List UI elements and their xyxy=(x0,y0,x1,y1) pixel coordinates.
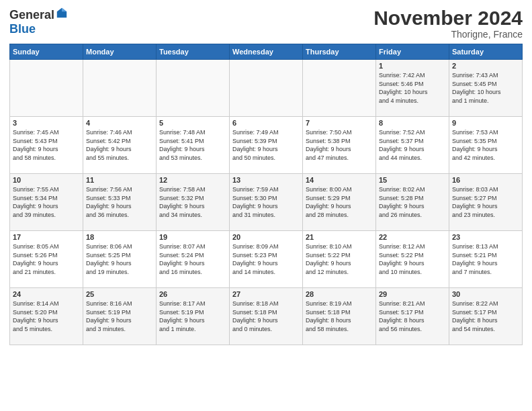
day-number: 19 xyxy=(159,233,226,241)
calendar-cell: 11Sunrise: 7:56 AM Sunset: 5:33 PM Dayli… xyxy=(83,174,157,231)
logo-icon xyxy=(56,7,68,19)
day-number: 6 xyxy=(232,119,300,127)
calendar-week-row: 1Sunrise: 7:42 AM Sunset: 5:46 PM Daylig… xyxy=(10,60,523,117)
calendar-cell: 6Sunrise: 7:49 AM Sunset: 5:39 PM Daylig… xyxy=(230,117,303,174)
day-info: Sunrise: 8:02 AM Sunset: 5:28 PM Dayligh… xyxy=(379,185,446,219)
weekday-header: Saturday xyxy=(449,44,523,60)
day-number: 16 xyxy=(452,176,519,184)
weekday-header: Friday xyxy=(376,44,449,60)
day-info: Sunrise: 8:03 AM Sunset: 5:27 PM Dayligh… xyxy=(452,185,519,219)
calendar-cell xyxy=(157,60,230,117)
calendar-cell: 2Sunrise: 7:43 AM Sunset: 5:45 PM Daylig… xyxy=(449,60,523,117)
day-info: Sunrise: 8:19 AM Sunset: 5:18 PM Dayligh… xyxy=(306,300,373,333)
calendar-cell: 1Sunrise: 7:42 AM Sunset: 5:46 PM Daylig… xyxy=(376,60,449,117)
calendar-cell: 25Sunrise: 8:16 AM Sunset: 5:19 PM Dayli… xyxy=(83,288,157,345)
calendar-cell: 23Sunrise: 8:13 AM Sunset: 5:21 PM Dayli… xyxy=(449,231,523,288)
page: General Blue November 2024 Thorigne, Fra… xyxy=(0,0,532,411)
weekday-header: Tuesday xyxy=(157,44,230,60)
calendar-cell: 5Sunrise: 7:48 AM Sunset: 5:41 PM Daylig… xyxy=(157,117,230,174)
day-info: Sunrise: 7:49 AM Sunset: 5:39 PM Dayligh… xyxy=(232,128,300,162)
day-info: Sunrise: 8:10 AM Sunset: 5:22 PM Dayligh… xyxy=(306,242,373,276)
day-info: Sunrise: 7:59 AM Sunset: 5:30 PM Dayligh… xyxy=(232,185,300,219)
calendar-cell: 13Sunrise: 7:59 AM Sunset: 5:30 PM Dayli… xyxy=(230,174,303,231)
day-info: Sunrise: 7:42 AM Sunset: 5:46 PM Dayligh… xyxy=(379,71,446,105)
day-info: Sunrise: 8:21 AM Sunset: 5:17 PM Dayligh… xyxy=(379,300,446,333)
day-number: 10 xyxy=(13,176,80,184)
calendar-cell: 30Sunrise: 8:22 AM Sunset: 5:17 PM Dayli… xyxy=(449,288,523,345)
logo-general: General xyxy=(9,8,54,21)
location-title: Thorigne, France xyxy=(373,29,523,40)
title-block: November 2024 Thorigne, France xyxy=(373,7,523,40)
day-number: 5 xyxy=(159,119,226,127)
calendar-cell: 7Sunrise: 7:50 AM Sunset: 5:38 PM Daylig… xyxy=(303,117,376,174)
day-number: 12 xyxy=(159,176,226,184)
day-number: 28 xyxy=(306,290,373,298)
day-number: 26 xyxy=(159,290,226,298)
svg-marker-1 xyxy=(62,8,66,11)
calendar-cell: 4Sunrise: 7:46 AM Sunset: 5:42 PM Daylig… xyxy=(83,117,157,174)
calendar-cell: 14Sunrise: 8:00 AM Sunset: 5:29 PM Dayli… xyxy=(303,174,376,231)
day-info: Sunrise: 7:53 AM Sunset: 5:35 PM Dayligh… xyxy=(452,128,519,162)
calendar-cell: 20Sunrise: 8:09 AM Sunset: 5:23 PM Dayli… xyxy=(230,231,303,288)
day-info: Sunrise: 7:48 AM Sunset: 5:41 PM Dayligh… xyxy=(159,128,226,162)
day-number: 7 xyxy=(306,119,373,127)
calendar-cell: 19Sunrise: 8:07 AM Sunset: 5:24 PM Dayli… xyxy=(157,231,230,288)
calendar-cell: 28Sunrise: 8:19 AM Sunset: 5:18 PM Dayli… xyxy=(303,288,376,345)
logo: General Blue xyxy=(9,7,68,36)
day-number: 25 xyxy=(86,290,153,298)
day-info: Sunrise: 7:56 AM Sunset: 5:33 PM Dayligh… xyxy=(86,185,153,219)
calendar-cell xyxy=(230,60,303,117)
calendar-cell: 29Sunrise: 8:21 AM Sunset: 5:17 PM Dayli… xyxy=(376,288,449,345)
day-number: 3 xyxy=(13,119,80,127)
calendar-cell: 17Sunrise: 8:05 AM Sunset: 5:26 PM Dayli… xyxy=(10,231,83,288)
calendar-cell xyxy=(10,60,83,117)
calendar-cell: 12Sunrise: 7:58 AM Sunset: 5:32 PM Dayli… xyxy=(157,174,230,231)
weekday-header: Thursday xyxy=(303,44,376,60)
calendar-week-row: 10Sunrise: 7:55 AM Sunset: 5:34 PM Dayli… xyxy=(10,174,523,231)
day-info: Sunrise: 7:58 AM Sunset: 5:32 PM Dayligh… xyxy=(159,185,226,219)
calendar-cell xyxy=(303,60,376,117)
calendar-cell: 27Sunrise: 8:18 AM Sunset: 5:18 PM Dayli… xyxy=(230,288,303,345)
logo-blue: Blue xyxy=(9,22,36,36)
day-info: Sunrise: 8:12 AM Sunset: 5:22 PM Dayligh… xyxy=(379,242,446,276)
day-number: 4 xyxy=(86,119,153,127)
day-number: 22 xyxy=(379,233,446,241)
day-info: Sunrise: 7:43 AM Sunset: 5:45 PM Dayligh… xyxy=(452,71,519,105)
day-info: Sunrise: 8:00 AM Sunset: 5:29 PM Dayligh… xyxy=(306,185,373,219)
calendar-cell: 15Sunrise: 8:02 AM Sunset: 5:28 PM Dayli… xyxy=(376,174,449,231)
calendar-cell: 10Sunrise: 7:55 AM Sunset: 5:34 PM Dayli… xyxy=(10,174,83,231)
day-info: Sunrise: 7:46 AM Sunset: 5:42 PM Dayligh… xyxy=(86,128,153,162)
day-info: Sunrise: 8:18 AM Sunset: 5:18 PM Dayligh… xyxy=(232,300,300,333)
day-number: 20 xyxy=(232,233,300,241)
month-title: November 2024 xyxy=(373,7,523,29)
calendar-cell: 26Sunrise: 8:17 AM Sunset: 5:19 PM Dayli… xyxy=(157,288,230,345)
day-number: 14 xyxy=(306,176,373,184)
weekday-header-row: SundayMondayTuesdayWednesdayThursdayFrid… xyxy=(10,44,523,60)
header: General Blue November 2024 Thorigne, Fra… xyxy=(9,7,523,40)
day-info: Sunrise: 8:09 AM Sunset: 5:23 PM Dayligh… xyxy=(232,242,300,276)
day-number: 24 xyxy=(13,290,80,298)
day-number: 21 xyxy=(306,233,373,241)
day-number: 2 xyxy=(452,62,519,70)
day-number: 30 xyxy=(452,290,519,298)
calendar-cell: 3Sunrise: 7:45 AM Sunset: 5:43 PM Daylig… xyxy=(10,117,83,174)
calendar-body: 1Sunrise: 7:42 AM Sunset: 5:46 PM Daylig… xyxy=(10,60,523,345)
day-info: Sunrise: 7:50 AM Sunset: 5:38 PM Dayligh… xyxy=(306,128,373,162)
day-info: Sunrise: 8:05 AM Sunset: 5:26 PM Dayligh… xyxy=(13,242,80,276)
day-info: Sunrise: 8:13 AM Sunset: 5:21 PM Dayligh… xyxy=(452,242,519,276)
calendar-cell xyxy=(83,60,157,117)
day-number: 18 xyxy=(86,233,153,241)
day-number: 29 xyxy=(379,290,446,298)
weekday-header: Sunday xyxy=(10,44,83,60)
calendar-week-row: 24Sunrise: 8:14 AM Sunset: 5:20 PM Dayli… xyxy=(10,288,523,345)
calendar-week-row: 3Sunrise: 7:45 AM Sunset: 5:43 PM Daylig… xyxy=(10,117,523,174)
calendar-cell: 21Sunrise: 8:10 AM Sunset: 5:22 PM Dayli… xyxy=(303,231,376,288)
day-info: Sunrise: 8:06 AM Sunset: 5:25 PM Dayligh… xyxy=(86,242,153,276)
day-number: 1 xyxy=(379,62,446,70)
day-number: 15 xyxy=(379,176,446,184)
day-number: 8 xyxy=(379,119,446,127)
day-number: 9 xyxy=(452,119,519,127)
weekday-header: Wednesday xyxy=(230,44,303,60)
day-info: Sunrise: 8:16 AM Sunset: 5:19 PM Dayligh… xyxy=(86,300,153,333)
weekday-header: Monday xyxy=(83,44,157,60)
